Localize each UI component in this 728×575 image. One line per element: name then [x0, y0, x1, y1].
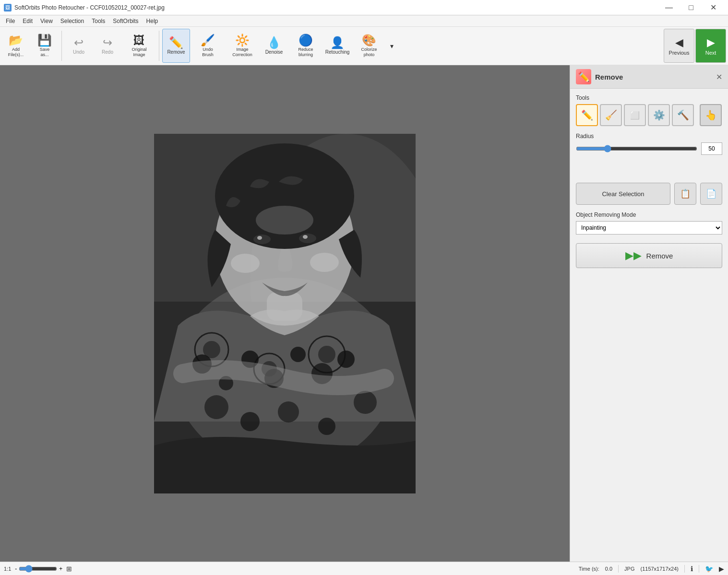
- menu-softorbits[interactable]: SoftOrbits: [109, 17, 142, 25]
- original-image-label: OriginalImage: [131, 47, 146, 58]
- undo-brush-icon: 🖌️: [201, 35, 215, 46]
- fit-view-icon: ⊞: [66, 565, 72, 573]
- menu-file[interactable]: File: [2, 17, 19, 25]
- stamp-tool-button[interactable]: 👆: [700, 104, 722, 126]
- paste-icon: 📄: [706, 188, 716, 199]
- radius-slider[interactable]: [576, 145, 697, 153]
- add-files-button[interactable]: 📂 AddFile(s)...: [2, 29, 30, 63]
- canvas-area[interactable]: [0, 65, 570, 562]
- svg-point-26: [253, 235, 271, 244]
- file-format: JPG: [624, 566, 634, 572]
- menu-help[interactable]: Help: [143, 17, 162, 25]
- status-left: 1:1 - + ⊞: [4, 565, 72, 573]
- remove-action-button[interactable]: ▶▶ Remove: [576, 243, 722, 268]
- status-bar: 1:1 - + ⊞ Time (s): 0.0 JPG (1157x1717x2…: [0, 562, 728, 575]
- paste-selection-button[interactable]: 📄: [700, 183, 722, 205]
- mode-select[interactable]: Inpainting Content Aware Fill Clone Stam…: [576, 221, 722, 235]
- app-icon: 🖼: [4, 4, 12, 12]
- toolbar-right: ◀ Previous ▶ Next: [664, 29, 726, 63]
- hammer-tool-icon: 🔨: [677, 109, 689, 121]
- zoom-out-button[interactable]: -: [15, 565, 17, 572]
- menu-tools[interactable]: Tools: [88, 17, 109, 25]
- svg-point-32: [256, 206, 313, 235]
- svg-point-14: [278, 401, 299, 422]
- original-image-button[interactable]: 🖼 OriginalImage: [122, 29, 156, 63]
- svg-point-11: [337, 351, 355, 368]
- undo-icon: ↩: [74, 37, 84, 48]
- window-title: SoftOrbits Photo Retoucher - CCF01052012…: [14, 4, 655, 11]
- magic-wand-button[interactable]: ⚙️: [648, 104, 670, 126]
- eraser-tool-button[interactable]: 🧹: [600, 104, 622, 126]
- draw-tool-button[interactable]: ✏️: [576, 104, 598, 126]
- remove-icon: ✏️: [169, 37, 183, 48]
- info-icon[interactable]: ℹ: [691, 565, 693, 573]
- hammer-tool-button[interactable]: 🔨: [672, 104, 694, 126]
- youtube-icon[interactable]: ▶: [719, 565, 724, 573]
- toolbox-close-button[interactable]: ✕: [716, 72, 722, 82]
- colorize-icon: 🎨: [362, 35, 376, 46]
- undo-brush-button[interactable]: 🖌️ UndoBrush: [191, 29, 225, 63]
- toolbox-body: Tools ✏️ 🧹 ⬜ ⚙️: [570, 89, 728, 274]
- redo-icon: ↪: [103, 37, 112, 48]
- svg-point-29: [303, 235, 308, 239]
- mode-label: Object Removing Mode: [576, 211, 722, 218]
- undo-button[interactable]: ↩ Undo: [65, 29, 93, 63]
- redo-button[interactable]: ↪ Redo: [94, 29, 121, 63]
- more-icon: ▾: [390, 42, 394, 50]
- eraser-tool-icon: 🧹: [605, 109, 617, 121]
- menu-edit[interactable]: Edit: [19, 17, 36, 25]
- photo-canvas[interactable]: [154, 134, 416, 493]
- previous-button[interactable]: ◀ Previous: [664, 29, 694, 63]
- zoom-in-button[interactable]: +: [59, 565, 62, 572]
- photo-image: [154, 134, 416, 493]
- clear-selection-button[interactable]: Clear Selection: [576, 183, 670, 205]
- tools-row: ✏️ 🧹 ⬜ ⚙️ 🔨: [576, 104, 722, 126]
- file-dimensions: (1157x1717x24): [640, 566, 679, 572]
- zoom-slider[interactable]: [19, 565, 57, 573]
- save-as-icon: 💾: [37, 35, 52, 46]
- action-row: Clear Selection 📋 📄: [576, 183, 722, 205]
- radius-label: Radius: [576, 133, 722, 140]
- rect-select-button[interactable]: ⬜: [624, 104, 646, 126]
- remove-button[interactable]: ✏️ Remove: [162, 29, 190, 63]
- time-value: 0.0: [605, 566, 612, 572]
- denoise-button[interactable]: 💧 Denoise: [260, 29, 288, 63]
- menu-view[interactable]: View: [36, 17, 57, 25]
- svg-point-12: [204, 395, 228, 419]
- save-as-button[interactable]: 💾 Saveas...: [31, 29, 59, 63]
- maximize-button[interactable]: □: [680, 0, 702, 15]
- separator-2: [159, 31, 159, 61]
- toolbox-icon-box: ✏️: [576, 69, 591, 84]
- original-image-icon: 🖼: [133, 35, 145, 46]
- stamp-tool-icon: 👆: [705, 109, 717, 121]
- close-button[interactable]: ✕: [702, 0, 724, 15]
- magic-wand-icon: ⚙️: [653, 109, 665, 121]
- colorize-button[interactable]: 🎨 Colorizephoto: [352, 29, 386, 63]
- toolbox-header: ✏️ Remove ✕: [570, 65, 728, 89]
- next-arrow-icon: ▶: [707, 36, 715, 49]
- reduce-blurring-button[interactable]: 🔵 Reduceblurring: [289, 29, 322, 63]
- save-as-label: Saveas...: [40, 47, 50, 58]
- retouching-button[interactable]: 👤 Retouching: [323, 29, 351, 63]
- minimize-button[interactable]: —: [658, 0, 680, 15]
- menu-bar: File Edit View Selection Tools SoftOrbit…: [0, 15, 728, 27]
- remove-arrow-icon: ▶▶: [625, 249, 642, 262]
- more-button[interactable]: ▾: [387, 29, 396, 63]
- svg-point-18: [203, 341, 220, 358]
- image-correction-button[interactable]: 🔆 ImageCorrection: [226, 29, 259, 63]
- spacer: [576, 162, 722, 176]
- radius-section: Radius 50: [576, 133, 722, 155]
- next-button[interactable]: ▶ Next: [695, 29, 726, 63]
- add-files-icon: 📂: [9, 35, 23, 46]
- prev-arrow-icon: ◀: [675, 36, 683, 49]
- rect-select-icon: ⬜: [630, 111, 640, 120]
- image-correction-label: ImageCorrection: [232, 47, 252, 58]
- colorize-label: Colorizephoto: [361, 47, 377, 58]
- tools-label: Tools: [576, 94, 722, 101]
- mode-section: Object Removing Mode Inpainting Content …: [576, 211, 722, 235]
- twitter-icon[interactable]: 🐦: [705, 565, 713, 573]
- copy-to-clipboard-button[interactable]: 📋: [674, 183, 696, 205]
- retouching-label: Retouching: [325, 49, 350, 55]
- svg-point-27: [299, 234, 316, 243]
- menu-selection[interactable]: Selection: [57, 17, 88, 25]
